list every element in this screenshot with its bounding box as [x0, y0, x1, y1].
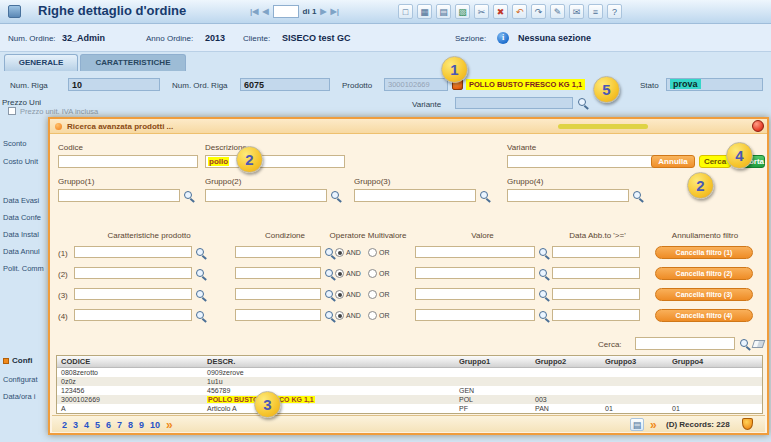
condizione-field-4[interactable]	[235, 309, 321, 321]
page-link[interactable]: 8	[128, 420, 133, 430]
caratteristica-field-4[interactable]	[74, 309, 192, 321]
num-riga-field[interactable]	[68, 78, 160, 91]
cancella-filtro-button-3[interactable]: Cancella filtro (3)	[655, 288, 753, 301]
nav-last-icon[interactable]: ▶|	[330, 7, 338, 16]
caratteristica-search-icon-3[interactable]	[194, 288, 207, 301]
table-row-selected[interactable]: 3000102669 POLLO BUSTO FRESCO KG 1,1 POL…	[57, 395, 762, 404]
gruppo2-field[interactable]	[205, 189, 327, 202]
variante-modal-field[interactable]	[507, 155, 657, 168]
or-radio-3[interactable]	[368, 290, 377, 299]
shield-icon[interactable]	[742, 418, 753, 430]
dialog-titlebar[interactable]: Ricerca avanzata prodotti ...	[50, 119, 767, 134]
gruppo3-search-icon[interactable]	[478, 189, 491, 202]
and-radio-1[interactable]	[335, 248, 344, 257]
redo-icon[interactable]: ↷	[531, 4, 546, 19]
col-gruppo2[interactable]: Gruppo2	[531, 356, 601, 367]
data-abbto-field-3[interactable]	[552, 288, 640, 300]
page-link[interactable]: 10	[150, 420, 160, 430]
print-results-icon[interactable]: ▤	[630, 418, 644, 431]
nav-first-icon[interactable]: |◀	[250, 7, 258, 16]
page-link[interactable]: 3	[73, 420, 78, 430]
export-icon[interactable]: ▧	[455, 4, 470, 19]
condizione-field-2[interactable]	[235, 267, 321, 279]
delete-icon[interactable]: ✖	[493, 4, 508, 19]
variante-search-icon[interactable]	[576, 96, 589, 109]
condizione-field-1[interactable]	[235, 246, 321, 258]
table-row[interactable]: 0z0z 1u1u	[57, 377, 762, 386]
nav-prev-icon[interactable]: ◀	[262, 7, 268, 16]
caratteristica-search-icon-2[interactable]	[194, 267, 207, 280]
col-gruppo4[interactable]: Gruppo4	[668, 356, 762, 367]
print-icon[interactable]: ▤	[436, 4, 451, 19]
new-icon[interactable]: □	[398, 4, 413, 19]
valore-field-4[interactable]	[415, 309, 535, 321]
caratteristica-field-3[interactable]	[74, 288, 192, 300]
caratteristica-search-icon-4[interactable]	[194, 309, 207, 322]
gruppo2-search-icon[interactable]	[329, 189, 342, 202]
annulla-button[interactable]: Annulla	[651, 155, 695, 168]
and-radio-2[interactable]	[335, 269, 344, 278]
dialog-close-icon[interactable]	[752, 120, 764, 132]
num-ord-riga-field[interactable]	[240, 78, 330, 91]
gruppo1-search-icon[interactable]	[182, 189, 195, 202]
valore-field-3[interactable]	[415, 288, 535, 300]
codice-field[interactable]	[58, 155, 198, 168]
page-link[interactable]: 2	[62, 420, 67, 430]
col-gruppo3[interactable]: Gruppo3	[601, 356, 668, 367]
undo-icon[interactable]: ↶	[512, 4, 527, 19]
col-gruppo1[interactable]: Gruppo1	[455, 356, 531, 367]
next-pages-icon[interactable]: »	[166, 418, 173, 432]
and-radio-3[interactable]	[335, 290, 344, 299]
clear-search-icon[interactable]	[752, 340, 766, 348]
variante-field[interactable]	[455, 97, 573, 109]
valore-search-icon-3[interactable]	[537, 288, 550, 301]
quick-search-input[interactable]	[635, 337, 735, 350]
info-icon[interactable]: i	[497, 32, 509, 44]
or-radio-4[interactable]	[368, 311, 377, 320]
cancella-filtro-button-2[interactable]: Cancella filtro (2)	[655, 267, 753, 280]
tab-caratteristiche[interactable]: CARATTERISTICHE	[80, 54, 186, 71]
cancella-filtro-button-4[interactable]: Cancella filtro (4)	[655, 309, 753, 322]
gruppo4-search-icon[interactable]	[631, 189, 644, 202]
data-abbto-field-1[interactable]	[552, 246, 640, 258]
tab-generale[interactable]: GENERALE	[4, 54, 78, 71]
caratteristica-field-1[interactable]	[74, 246, 192, 258]
table-row[interactable]: 123456 456789 GEN	[57, 386, 762, 395]
valore-search-icon-2[interactable]	[537, 267, 550, 280]
nav-next-icon[interactable]: ▶	[320, 7, 326, 16]
valore-field-1[interactable]	[415, 246, 535, 258]
page-link[interactable]: 6	[106, 420, 111, 430]
save-icon[interactable]: ▦	[417, 4, 432, 19]
stato-field[interactable]: prova	[666, 78, 763, 91]
valore-search-icon-1[interactable]	[537, 246, 550, 259]
data-abbto-field-2[interactable]	[552, 267, 640, 279]
page-link[interactable]: 9	[139, 420, 144, 430]
page-input[interactable]	[273, 5, 299, 18]
descrizione-field[interactable]: pollo	[205, 155, 345, 168]
or-radio-2[interactable]	[368, 269, 377, 278]
col-codice[interactable]: CODICE	[57, 356, 203, 367]
data-abbto-field-4[interactable]	[552, 309, 640, 321]
cut-icon[interactable]: ✂	[474, 4, 489, 19]
valore-search-icon-4[interactable]	[537, 309, 550, 322]
table-row[interactable]: A Articolo A PF PAN 01 01	[57, 404, 762, 413]
quick-search-icon[interactable]	[738, 337, 751, 350]
or-radio-1[interactable]	[368, 248, 377, 257]
prodotto-code-field[interactable]: 3000102669	[384, 78, 448, 91]
records-more-icon[interactable]: »	[650, 418, 657, 432]
page-link[interactable]: 5	[95, 420, 100, 430]
help-icon[interactable]: ?	[607, 4, 622, 19]
page-link[interactable]: 7	[117, 420, 122, 430]
gruppo3-field[interactable]	[354, 189, 476, 202]
condizione-field-3[interactable]	[235, 288, 321, 300]
menu-icon[interactable]: ≡	[588, 4, 603, 19]
page-link[interactable]: 4	[84, 420, 89, 430]
cancella-filtro-button-1[interactable]: Cancella filtro (1)	[655, 246, 753, 259]
table-row[interactable]: 0808zerotto 0909zerove	[57, 368, 762, 377]
caratteristica-field-2[interactable]	[74, 267, 192, 279]
mail-icon[interactable]: ✉	[569, 4, 584, 19]
col-descr[interactable]: DESCR.	[203, 356, 455, 367]
caratteristica-search-icon-1[interactable]	[194, 246, 207, 259]
gruppo1-field[interactable]	[58, 189, 180, 202]
iva-checkbox[interactable]	[8, 107, 16, 115]
